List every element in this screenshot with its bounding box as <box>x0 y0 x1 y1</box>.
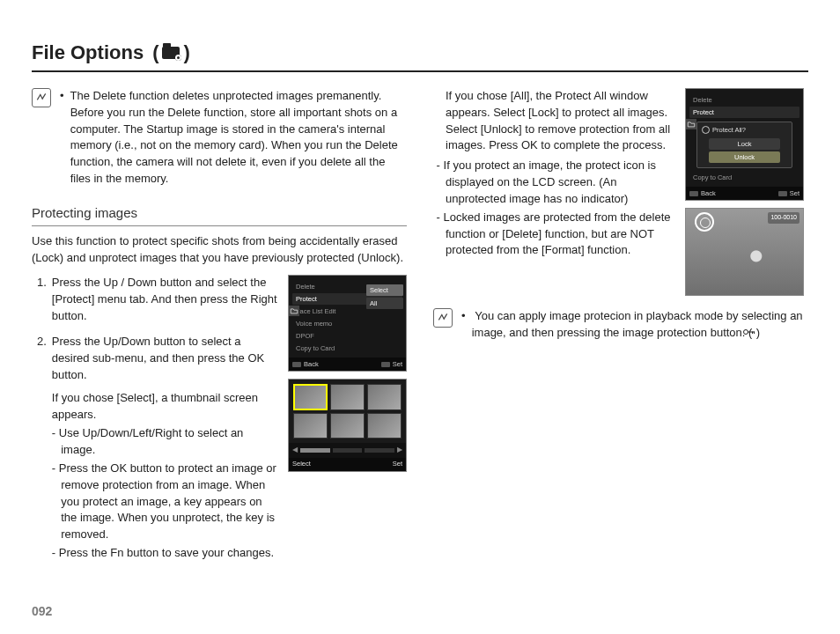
side-opt-all: All <box>366 298 403 309</box>
svg-point-0 <box>743 330 748 335</box>
lcd-protect-all: Delete Protect Protect All? Lock Unlock … <box>685 88 804 202</box>
step-2: 2. Press the Up/Down button to select a … <box>37 334 279 562</box>
page-title-row: File Options () <box>32 39 808 72</box>
step-2a: If you chose [Select], a thumbnail scree… <box>52 390 279 424</box>
step-2b: Use Up/Down/Left/Right to select an imag… <box>52 425 279 459</box>
menu-item-copytocard: Copy to Card <box>689 172 799 183</box>
lcd-footer-back: Back <box>292 360 319 368</box>
playback-note: You can apply image protecion in playbac… <box>433 308 808 342</box>
pager-right-icon: ▶ <box>397 446 402 455</box>
thumb-cell <box>293 413 328 439</box>
menu-item-copytocard: Copy to Card <box>292 343 402 354</box>
delete-note-text: The Delete function deletes unprotected … <box>60 88 407 188</box>
right-dash-1: If you protect an image, the protect ico… <box>433 158 671 208</box>
section-intro: Use this function to protect specific sh… <box>32 233 407 267</box>
menu-item-dpof: DPOF <box>292 330 402 342</box>
right-dash-2: Locked images are protected from the del… <box>433 210 671 260</box>
note-icon <box>433 308 453 328</box>
svg-rect-2 <box>752 332 753 335</box>
menu-item-voicememo: Voice memo <box>292 318 402 329</box>
page-number: 092 <box>32 602 52 620</box>
folder-gear-icon <box>162 47 180 59</box>
menu-item-delete: Delete <box>689 94 799 106</box>
note-icon <box>32 88 51 107</box>
key-icon <box>752 325 755 342</box>
pager-page <box>300 448 330 453</box>
pager-page <box>365 448 394 453</box>
lcd-protect-menu: Delete Protect Face List Edit Voice memo… <box>288 275 407 372</box>
protect-indicator-circle <box>695 212 714 232</box>
left-column: The Delete function deletes unprotected … <box>32 88 407 571</box>
thumbs-footer-set: Set <box>393 460 402 469</box>
pager-page <box>333 448 363 453</box>
pager-left-icon: ◀ <box>292 446 298 455</box>
all-intro: If you chose [All], the Protect All wind… <box>433 88 671 154</box>
lcd-side-panel: Select All <box>366 284 403 311</box>
section-heading: Protecting images <box>32 203 407 226</box>
folder-tab-icon <box>289 306 299 316</box>
thumbs-footer-select: Select <box>292 460 311 469</box>
menu-item-protect: Protect <box>689 107 799 118</box>
thumb-cell <box>330 413 365 439</box>
lcd2-footer-set: Set <box>778 189 799 197</box>
step-2-num: 2. <box>37 334 47 562</box>
lcd2-footer-back: Back <box>689 189 716 197</box>
right-column: If you chose [All], the Protect All wind… <box>433 88 808 571</box>
lcd-footer-set: Set <box>381 360 402 368</box>
dialog-lock: Lock <box>709 138 780 150</box>
step-2d: Press the Fn button to save your changes… <box>52 545 279 562</box>
page-title: File Options <box>32 39 144 67</box>
step-2-text: Press the Up/Down button to select a des… <box>52 334 279 384</box>
svg-rect-1 <box>748 332 755 333</box>
thumb-cell <box>367 413 402 439</box>
playback-note-text: You can apply image protecion in playbac… <box>461 308 808 342</box>
protect-all-dialog: Protect All? Lock Unlock <box>696 122 792 169</box>
thumb-cell <box>330 384 365 409</box>
step-2c: Press the OK button to protect an image … <box>52 461 279 543</box>
step-1: 1. Press the Up / Down button and select… <box>37 275 279 325</box>
delete-note: The Delete function deletes unprotected … <box>32 88 407 188</box>
side-opt-select: Select <box>366 284 403 296</box>
thumb-cell <box>293 384 328 409</box>
dialog-title: Protect All? <box>700 125 789 137</box>
left-media-stack: Delete Protect Face List Edit Voice memo… <box>288 275 407 471</box>
lcd-thumbnail-screen: ◀ ▶ Select Set <box>288 379 407 471</box>
title-paren: () <box>152 39 190 67</box>
protected-photo: 100-0010 <box>685 208 804 296</box>
folder-tab-icon <box>686 119 696 129</box>
dialog-unlock: Unlock <box>709 151 780 163</box>
photo-filename: 100-0010 <box>768 212 799 223</box>
step-1-num: 1. <box>37 275 47 325</box>
step-1-text: Press the Up / Down button and select th… <box>52 275 279 325</box>
svg-rect-3 <box>754 332 755 335</box>
thumb-cell <box>367 384 402 409</box>
